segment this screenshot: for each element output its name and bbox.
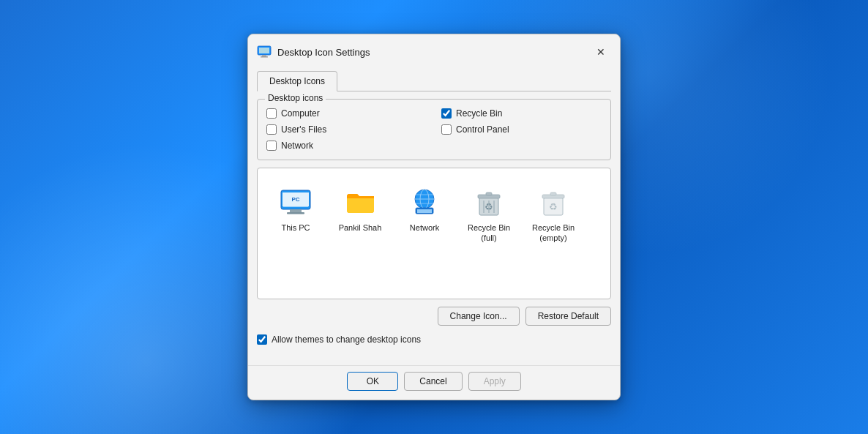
folder-icon <box>343 184 378 220</box>
svg-text:PC: PC <box>291 196 299 203</box>
cb-recycle-label: Recycle Bin <box>456 108 502 119</box>
cb-network-input[interactable] <box>266 141 277 151</box>
dialog-titlebar: Desktop Icon Settings ✕ <box>248 34 620 68</box>
tab-strip: Desktop Icons <box>257 71 611 91</box>
desktop-icon-recycle-empty[interactable]: ♻ Recycle Bin(empty) <box>524 180 583 248</box>
desktop-icon-settings-dialog: Desktop Icon Settings ✕ Desktop Icons De… <box>247 34 621 400</box>
desktop-icons-group: Desktop icons Computer Recycle Bin User'… <box>257 99 611 160</box>
checkbox-users-files[interactable]: User's Files <box>266 124 427 135</box>
svg-rect-7 <box>287 212 304 214</box>
cb-computer-input[interactable] <box>266 108 277 119</box>
thispc-icon: PC <box>278 184 313 220</box>
desktop-icon-thispc[interactable]: PC This PC <box>266 180 325 237</box>
cb-control-panel-label: Control Panel <box>456 124 509 135</box>
svg-rect-16 <box>417 209 432 213</box>
desktop-icon-folder[interactable]: Pankil Shah <box>331 180 389 237</box>
cb-users-files-label: User's Files <box>281 124 326 135</box>
checkbox-control-panel[interactable]: Control Panel <box>441 124 602 135</box>
allow-themes-label: Allow themes to change desktop icons <box>272 334 421 345</box>
svg-rect-1 <box>259 48 269 53</box>
svg-text:♻: ♻ <box>549 201 558 212</box>
cb-recycle-input[interactable] <box>441 108 452 119</box>
allow-themes-input[interactable] <box>257 334 267 345</box>
thispc-label: This PC <box>281 222 310 233</box>
checkbox-recycle-bin[interactable]: Recycle Bin <box>441 108 602 119</box>
dialog-close-button[interactable]: ✕ <box>591 42 611 62</box>
svg-rect-19 <box>486 192 492 195</box>
cb-computer-label: Computer <box>281 108 320 119</box>
dialog-title: Desktop Icon Settings <box>277 47 591 58</box>
dialog-footer: OK Cancel Apply <box>248 365 620 400</box>
icon-action-row: Change Icon... Restore Default <box>257 307 611 326</box>
checkboxes-grid: Computer Recycle Bin User's Files Contro… <box>266 108 602 151</box>
ok-button[interactable]: OK <box>347 372 398 391</box>
cb-control-panel-input[interactable] <box>441 124 452 135</box>
svg-rect-2 <box>262 55 266 56</box>
svg-rect-6 <box>290 209 302 212</box>
cb-network-label: Network <box>281 141 313 151</box>
recycle-empty-label: Recycle Bin(empty) <box>532 222 575 244</box>
dialog-title-icon <box>257 45 272 59</box>
allow-themes-checkbox-row[interactable]: Allow themes to change desktop icons <box>257 334 611 345</box>
network-icon <box>407 184 442 220</box>
cb-users-files-input[interactable] <box>266 124 277 135</box>
checkbox-network[interactable]: Network <box>266 141 427 151</box>
folder-label: Pankil Shah <box>339 222 382 233</box>
group-box-label: Desktop icons <box>265 93 326 103</box>
cancel-button[interactable]: Cancel <box>404 372 462 391</box>
apply-button[interactable]: Apply <box>468 372 521 391</box>
tab-desktop-icons[interactable]: Desktop Icons <box>257 71 337 91</box>
recycle-full-label: Recycle Bin(full) <box>468 222 510 244</box>
recycle-full-icon: ♻ <box>471 184 506 220</box>
recycle-empty-icon: ♻ <box>536 184 571 220</box>
dialog-body: Desktop Icons Desktop icons Computer Rec… <box>248 68 620 365</box>
desktop-icon-recycle-full[interactable]: ♻ Recycle Bin(full) <box>460 180 518 248</box>
desktop-icon-network[interactable]: Network <box>395 180 454 237</box>
restore-default-button[interactable]: Restore Default <box>525 307 611 326</box>
network-label: Network <box>410 222 439 233</box>
change-icon-button[interactable]: Change Icon... <box>438 307 520 326</box>
icon-preview-area: PC This PC Pankil Shah <box>257 168 611 299</box>
svg-rect-26 <box>550 192 556 195</box>
svg-rect-3 <box>261 56 268 58</box>
checkbox-computer[interactable]: Computer <box>266 108 427 119</box>
